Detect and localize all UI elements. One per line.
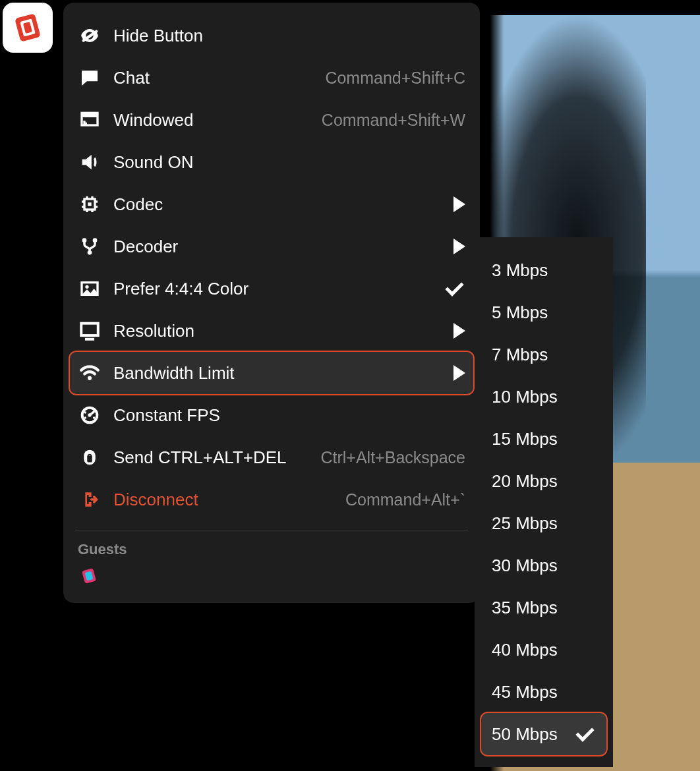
bandwidth-option-label: 35 Mbps: [492, 598, 558, 618]
guests-header: Guests: [63, 537, 480, 565]
menu-item-decoder[interactable]: Decoder: [63, 225, 480, 268]
chevron-right-icon: [453, 365, 465, 381]
svg-point-20: [85, 285, 88, 289]
svg-point-28: [84, 411, 86, 413]
svg-point-23: [88, 376, 92, 380]
chevron-right-icon: [453, 196, 465, 212]
bandwidth-option[interactable]: 50 Mbps: [481, 713, 606, 755]
menu-item-label: Resolution: [113, 321, 194, 341]
speaker-icon: [78, 150, 102, 174]
svg-point-29: [84, 416, 86, 418]
bandwidth-option-label: 15 Mbps: [492, 429, 558, 449]
menu-item-shortcut: Ctrl+Alt+Backspace: [310, 448, 465, 467]
svg-point-17: [93, 238, 98, 243]
bandwidth-option[interactable]: 35 Mbps: [475, 586, 613, 629]
menu-item-label: Windowed: [113, 110, 193, 130]
fork-icon: [78, 235, 102, 258]
bandwidth-option[interactable]: 25 Mbps: [475, 502, 613, 544]
menu-item-label: Send CTRL+ALT+DEL: [113, 447, 287, 468]
window-icon: [78, 108, 102, 132]
menu-item-send-ctrl-alt-del[interactable]: Send CTRL+ALT+DELCtrl+Alt+Backspace: [63, 436, 480, 478]
eye-off-icon: [78, 24, 102, 47]
bandwidth-option-label: 45 Mbps: [492, 682, 558, 702]
bandwidth-option-label: 10 Mbps: [492, 387, 558, 407]
disconnect-icon: [78, 488, 102, 511]
wifi-icon: [78, 361, 102, 385]
svg-rect-7: [88, 202, 91, 206]
menu-item-shortcut: Command+Alt+`: [335, 490, 465, 509]
image-icon: [78, 277, 102, 300]
menu-item-sound-on[interactable]: Sound ON: [63, 141, 480, 183]
bandwidth-option-label: 3 Mbps: [492, 260, 548, 281]
svg-rect-5: [82, 113, 98, 117]
menu-item-hide-button[interactable]: Hide Button: [63, 14, 480, 57]
context-menu: Hide ButtonChatCommand+Shift+CWindowedCo…: [63, 3, 480, 603]
bandwidth-option-label: 7 Mbps: [492, 345, 548, 365]
bandwidth-option-label: 30 Mbps: [492, 556, 558, 576]
gauge-icon: [78, 403, 102, 427]
bandwidth-option-label: 5 Mbps: [492, 302, 548, 323]
menu-item-resolution[interactable]: Resolution: [63, 310, 480, 352]
menu-item-label: Constant FPS: [113, 405, 220, 426]
menu-item-label: Prefer 4:4:4 Color: [113, 279, 248, 299]
menu-item-label: Codec: [113, 194, 163, 215]
menu-item-label: Bandwidth Limit: [113, 363, 235, 384]
bandwidth-submenu: 3 Mbps5 Mbps7 Mbps10 Mbps15 Mbps20 Mbps2…: [475, 237, 613, 767]
bandwidth-option[interactable]: 20 Mbps: [475, 460, 613, 502]
menu-item-label: Decoder: [113, 237, 178, 257]
chip-icon: [78, 192, 102, 216]
menu-item-shortcut: Command+Shift+C: [314, 69, 465, 88]
menu-item-constant-fps[interactable]: Constant FPS: [63, 394, 480, 436]
svg-rect-21: [81, 324, 98, 335]
monitor-icon: [78, 319, 102, 343]
menu-item-prefer-4-4-4-color[interactable]: Prefer 4:4:4 Color: [63, 268, 480, 310]
check-icon: [576, 727, 596, 741]
bandwidth-option[interactable]: 7 Mbps: [475, 333, 613, 376]
bandwidth-option-label: 40 Mbps: [492, 640, 558, 660]
menu-item-disconnect[interactable]: DisconnectCommand+Alt+`: [63, 478, 480, 521]
menu-item-bandwidth-limit[interactable]: Bandwidth Limit: [70, 352, 473, 394]
bandwidth-option[interactable]: 3 Mbps: [475, 249, 613, 291]
bandwidth-option-label: 50 Mbps: [492, 724, 558, 745]
menu-item-windowed[interactable]: WindowedCommand+Shift+W: [63, 99, 480, 141]
chevron-right-icon: [453, 239, 465, 254]
menu-item-shortcut: Command+Shift+W: [311, 111, 465, 130]
menu-item-chat[interactable]: ChatCommand+Shift+C: [63, 57, 480, 99]
bandwidth-option[interactable]: 15 Mbps: [475, 418, 613, 460]
chat-icon: [78, 66, 102, 90]
menu-item-label: Chat: [113, 68, 150, 88]
bandwidth-option[interactable]: 10 Mbps: [475, 376, 613, 418]
menu-item-label: Sound ON: [113, 152, 193, 173]
svg-point-16: [82, 238, 87, 243]
app-launcher-button[interactable]: [3, 3, 53, 53]
bandwidth-option[interactable]: 5 Mbps: [475, 291, 613, 333]
svg-point-30: [93, 416, 95, 418]
bandwidth-option[interactable]: 40 Mbps: [475, 629, 613, 671]
bandwidth-option-label: 25 Mbps: [492, 513, 558, 534]
bandwidth-option-label: 20 Mbps: [492, 471, 558, 492]
bandwidth-option[interactable]: 30 Mbps: [475, 544, 613, 586]
check-icon: [446, 281, 465, 296]
bandwidth-option[interactable]: 45 Mbps: [475, 671, 613, 713]
chevron-right-icon: [453, 323, 465, 339]
menu-item-label: Hide Button: [113, 26, 203, 46]
menu-separator: [75, 530, 468, 530]
menu-item-codec[interactable]: Codec: [63, 183, 480, 225]
menu-item-label: Disconnect: [113, 490, 198, 510]
lock-icon: [78, 445, 102, 469]
svg-point-18: [88, 250, 92, 255]
guest-avatar[interactable]: [78, 565, 100, 587]
app-logo-icon: [11, 11, 45, 45]
